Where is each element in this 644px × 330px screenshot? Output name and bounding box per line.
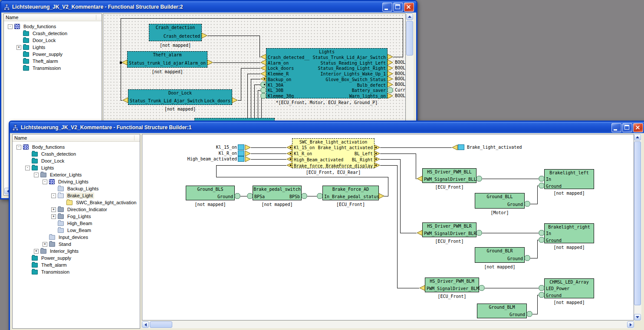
signal-port[interactable] [387,59,393,65]
electrical-port[interactable] [539,292,545,298]
collapse-icon[interactable]: - [34,173,39,177]
signal-port[interactable] [260,76,266,82]
expand-icon[interactable]: + [51,207,56,212]
signal-port[interactable] [286,156,292,162]
electrical-port[interactable] [317,193,323,199]
collapse-icon[interactable]: - [25,166,30,170]
tree-item-Low_Beam[interactable]: Low_Beam [13,227,140,234]
signal-port[interactable] [374,162,380,168]
block-HS_Driver_PWM_BLR[interactable]: HS_Driver_PWM_BLRPWM_SignalDriver_BLR [422,222,476,237]
electrical-port[interactable] [524,201,530,207]
collapse-icon[interactable]: - [51,193,56,198]
electrical-port[interactable] [260,87,266,93]
expand-icon[interactable]: + [51,214,56,219]
external-input-connector[interactable] [238,156,244,162]
signal-port[interactable] [387,54,393,60]
external-input-connector[interactable] [238,144,244,150]
block-Ground_BLR[interactable]: Ground_BLRGround [475,247,525,263]
tree-item-Stand[interactable]: +Stand [13,241,140,248]
tree-item-Power_supply[interactable]: Power_supply [13,255,140,261]
signal-port[interactable] [374,150,380,157]
tree-column-header[interactable]: Name [4,14,102,21]
canvas-vscrollbar[interactable] [634,134,641,320]
electrical-port[interactable] [539,230,545,236]
collapse-icon[interactable]: - [43,180,47,184]
tree-item-Exterior_Lights[interactable]: -Exterior_Lights [13,171,140,178]
titlebar[interactable]: Lichtsteuerung_JK_V2_Kommentare - Functi… [10,122,644,133]
block-Theft_alarm[interactable]: Theft_alarmStatus_trunk_lid_ajarAlarm_on [127,51,207,68]
scroll-thumb[interactable] [406,21,413,56]
signal-port[interactable] [260,54,266,60]
block-Brake_pedal_switch[interactable]: Brake_pedal_switchBPSaBPSb [253,186,302,200]
electrical-port[interactable] [524,255,530,261]
electrical-port[interactable] [539,183,545,189]
block-Lights[interactable]: LightsCrash_detected__Status_Trunk_Lid_A… [266,48,388,98]
block-Crash_detection[interactable]: Crash_detectionCrash_detected [149,24,202,41]
wire[interactable] [238,68,260,100]
signal-port[interactable] [201,33,207,39]
signal-port[interactable] [286,144,292,150]
electrical-port[interactable] [247,193,253,199]
signal-port[interactable] [417,176,423,182]
tree-item-Crash_detection[interactable]: Crash_detection [13,150,140,157]
block-Brakelight_left[interactable]: Brakelight_leftInGround [544,169,594,189]
wire[interactable] [380,154,417,179]
signal-port[interactable] [374,156,380,162]
electrical-port[interactable] [260,93,266,99]
tree-item-Fog_Lights[interactable]: +Fog_Lights [13,213,140,220]
electrical-port[interactable] [387,87,393,93]
maximize-button[interactable] [622,123,632,132]
block-SWC_Brake_light_activation[interactable]: SWC_Brake_light_activationKl_15_onBrake_… [292,138,375,168]
tree-item-Direction_Indicator[interactable]: +Direction_Indicator [13,206,140,213]
tree-item-Backup_Lights[interactable]: Backup_Lights [13,185,140,192]
minimize-button[interactable] [382,3,392,12]
diagram-canvas-1[interactable]: SWC_Brake_light_activationKl_15_onBrake_… [142,134,634,320]
electrical-port[interactable] [234,193,240,199]
electrical-port[interactable] [479,285,485,291]
block-CHMSL_LED_Array[interactable]: CHMSL_LED_ArrayLED_PowerGround [544,278,594,298]
collapse-icon[interactable]: - [8,24,13,29]
block-Door_Lock[interactable]: Door_LockStatus_Trunk_Lid_Ajar_SwitchLoc… [128,89,232,105]
signal-port[interactable] [286,162,292,168]
scroll-down-button[interactable] [634,314,641,320]
block-Ground_BLS[interactable]: Ground_BLSGround [186,186,235,200]
titlebar[interactable]: Lichtsteuerung_JK_V2_Kommentare - Functi… [1,1,416,13]
maximize-button[interactable] [393,3,403,12]
tree-item-Body_functions[interactable]: -Body_functions [4,23,102,30]
signal-port[interactable] [417,230,423,236]
electrical-port[interactable] [539,237,545,243]
electrical-port[interactable] [539,176,545,182]
electrical-port[interactable] [260,82,266,88]
block-Brakelight_right[interactable]: Brakelight_rightInGround [544,223,594,243]
signal-port[interactable] [419,285,425,291]
expand-icon[interactable]: + [16,45,21,50]
scroll-thumb[interactable] [634,141,641,305]
tree-item-Theft_alarm[interactable]: Theft_alarm [4,58,102,65]
close-button[interactable] [633,123,643,132]
signal-port[interactable] [286,150,292,157]
collapse-icon[interactable]: - [16,145,21,150]
tree-item-High_Beam[interactable]: High_Beam [13,220,140,227]
window-builder-1[interactable]: Lichtsteuerung_JK_V2_Kommentare - Functi… [9,121,644,330]
tree-item-Interior_lights[interactable]: +Interior_lights [13,248,140,255]
external-output-connector[interactable] [458,144,464,150]
tree-item-Door_Lock[interactable]: Door_Lock [13,157,140,164]
tree-item-Power_supply[interactable]: Power_supply [4,51,102,58]
wire[interactable] [380,165,419,288]
external-input-connector[interactable] [238,150,244,156]
block-Brake_Force_AD[interactable]: Brake_Force_ADIn_Brake_pedal_status [322,186,379,200]
tree-item-Transmission[interactable]: Transmission [13,268,140,275]
signal-port[interactable] [245,156,251,162]
signal-port[interactable] [260,59,266,65]
tree-item-Brake_Light[interactable]: -Brake_Light [13,192,140,199]
signal-port[interactable] [387,65,393,71]
tree-item-Driving_Lights[interactable]: -Driving_Lights [13,178,140,185]
close-button[interactable] [404,3,414,12]
scroll-thumb[interactable] [150,321,172,328]
tree-item-Theft_alarm[interactable]: Theft_alarm [13,261,140,268]
expand-icon[interactable]: + [43,242,47,247]
signal-port[interactable] [374,144,380,150]
signal-port[interactable] [122,59,128,65]
scroll-up-button[interactable] [634,134,641,140]
electrical-port[interactable] [301,193,307,199]
